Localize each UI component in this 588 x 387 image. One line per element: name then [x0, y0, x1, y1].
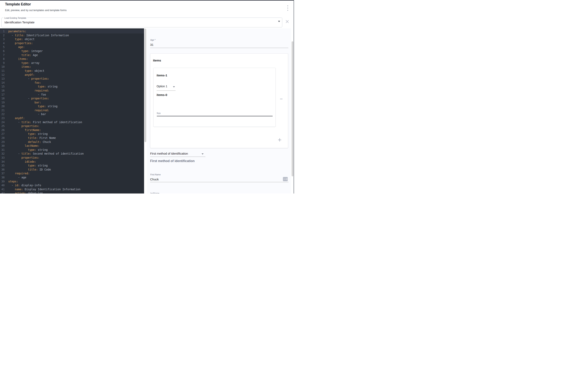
code-line[interactable]: 31 type: string	[0, 148, 144, 152]
line-number: 28	[0, 136, 5, 140]
line-number: 13	[0, 77, 5, 81]
foo-input[interactable]	[157, 116, 273, 116]
last-name-field-label: lastName	[150, 192, 159, 194]
code-line[interactable]: 6 type: integer	[0, 49, 144, 53]
line-number: 26	[0, 128, 5, 132]
template-select-label: Load Existing Template	[3, 17, 27, 19]
code-line[interactable]: 38 - age	[0, 175, 144, 180]
code-line[interactable]: 35 type: string	[0, 164, 144, 168]
code-line[interactable]: 4 properties:	[0, 41, 144, 45]
code-line[interactable]: 11 type: object	[0, 69, 144, 73]
age-field-label: Age *	[150, 39, 156, 41]
clear-template-button[interactable]	[286, 20, 289, 23]
line-number: 35	[0, 164, 5, 168]
line-number: 3	[0, 37, 5, 41]
line-number: 38	[0, 175, 5, 180]
item-card-heading: items-1	[157, 74, 167, 77]
line-number: 5	[0, 45, 5, 49]
first-name-input[interactable]: Chuck	[150, 177, 159, 181]
yaml-code-editor[interactable]: 1parameters:2 - title: Identification In…	[0, 28, 144, 194]
option-select-arrow-icon[interactable]	[173, 86, 175, 87]
code-line[interactable]: 5 age:	[0, 45, 144, 49]
code-line[interactable]: 20 type: string	[0, 104, 144, 108]
line-number: 36	[0, 168, 5, 172]
code-line[interactable]: 8 items:	[0, 57, 144, 61]
code-line[interactable]: 41 name: Display Identification Informat…	[0, 188, 144, 192]
line-number: 31	[0, 148, 5, 152]
code-line[interactable]: 12 anyOf:	[0, 73, 144, 77]
page-subtitle: Edit, preview, and try out templates and…	[5, 9, 67, 12]
items-card-heading: items	[153, 59, 161, 62]
code-line[interactable]: 14 foo:	[0, 81, 144, 85]
line-number: 4	[0, 41, 5, 45]
code-line[interactable]: 22 - bar	[0, 112, 144, 116]
method-select-value[interactable]: First method of identification	[150, 152, 188, 155]
item-card	[153, 68, 276, 127]
line-number: 8	[0, 57, 5, 61]
code-line[interactable]: 19 bar:	[0, 101, 144, 105]
foo-input-label: foo	[157, 112, 161, 115]
code-line[interactable]: 3 type: object	[0, 37, 144, 41]
window-right-edge	[294, 0, 294, 194]
code-line[interactable]: 9 type: array	[0, 61, 144, 65]
method-select-arrow-icon[interactable]	[202, 153, 204, 155]
line-number: 25	[0, 124, 5, 128]
editor-scrollbar-thumb[interactable]	[145, 29, 146, 142]
code-line[interactable]: 23 anyOf:	[0, 116, 144, 120]
code-line[interactable]: 34 idCode:	[0, 160, 144, 164]
line-number: 17	[0, 93, 5, 97]
line-number: 33	[0, 156, 5, 160]
line-number: 7	[0, 53, 5, 57]
code-line[interactable]: 15 type: string	[0, 85, 144, 89]
code-line[interactable]: 17 - foo	[0, 93, 144, 97]
add-item-button[interactable]	[277, 137, 282, 142]
code-line[interactable]: 13 - properties:	[0, 77, 144, 81]
chevron-down-icon[interactable]	[278, 21, 280, 22]
line-number: 40	[0, 183, 5, 188]
line-number: 21	[0, 108, 5, 113]
template-select-value[interactable]: Identification Template	[4, 20, 35, 24]
line-number: 29	[0, 140, 5, 144]
age-input[interactable]: 31	[150, 43, 154, 46]
line-number: 19	[0, 101, 5, 105]
page-title: Template Editor	[5, 2, 31, 6]
code-line[interactable]: 39steps:	[0, 180, 144, 184]
code-line[interactable]: 42 action: debug:log	[0, 191, 144, 194]
code-line[interactable]: 27 type: string	[0, 132, 144, 136]
code-line[interactable]: 37 required:	[0, 172, 144, 175]
code-line[interactable]: 10 items:	[0, 65, 144, 69]
code-line[interactable]: 36 title: ID Code	[0, 168, 144, 172]
line-number: 41	[0, 188, 5, 192]
item-sub-heading: items-0	[157, 93, 167, 97]
autofill-keyboard-icon[interactable]	[283, 177, 288, 181]
code-line[interactable]: 32 - title: Second method of identificat…	[0, 152, 144, 156]
kebab-menu-icon[interactable]	[287, 5, 289, 11]
line-number: 34	[0, 160, 5, 164]
code-line[interactable]: 16 required:	[0, 89, 144, 93]
code-line[interactable]: 21 required:	[0, 108, 144, 113]
code-line[interactable]: 33 properties:	[0, 156, 144, 160]
code-line[interactable]: 1parameters:	[0, 29, 144, 34]
line-number: 42	[0, 191, 5, 194]
line-number: 11	[0, 69, 5, 73]
minus-icon	[280, 99, 282, 99]
code-line[interactable]: 40 - id: display-info	[0, 183, 144, 188]
first-name-input-underline	[150, 182, 289, 182]
page-scrollbar-thumb[interactable]	[292, 41, 294, 176]
line-number: 23	[0, 116, 5, 120]
code-line[interactable]: 30 lastName:	[0, 144, 144, 148]
code-line[interactable]: 18 - properties:	[0, 97, 144, 101]
remove-item-button[interactable]	[279, 97, 284, 101]
code-line[interactable]: 26 firstName:	[0, 128, 144, 132]
code-line[interactable]: 7 title: Age	[0, 53, 144, 57]
code-line[interactable]: 29 default: Chuck	[0, 140, 144, 144]
template-select[interactable]	[1, 18, 282, 27]
code-line[interactable]: 28 title: First Name	[0, 136, 144, 140]
code-line[interactable]: 2 - title: Identification Information	[0, 34, 144, 38]
line-number: 24	[0, 120, 5, 124]
option-select-value[interactable]: Option 1	[157, 85, 167, 88]
code-line[interactable]: 25 properties:	[0, 124, 144, 128]
line-number: 18	[0, 97, 5, 101]
line-number: 9	[0, 61, 5, 65]
code-line[interactable]: 24 - title: First method of identificati…	[0, 120, 144, 124]
